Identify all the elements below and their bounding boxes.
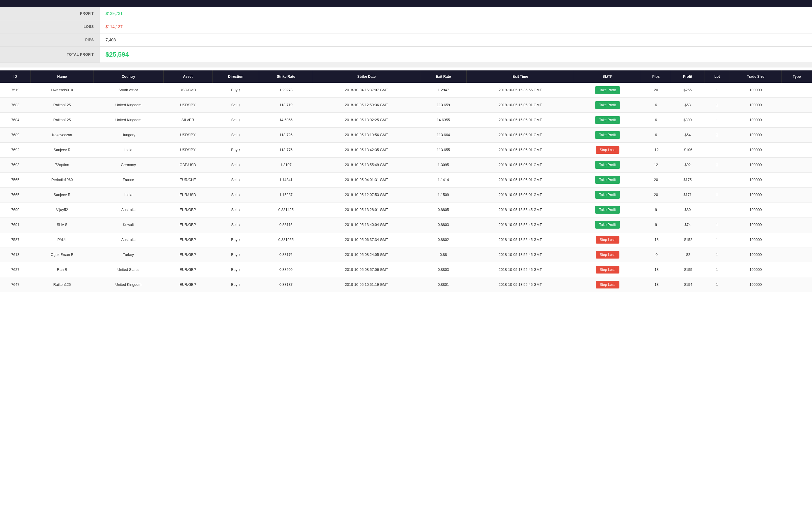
cell-strike-rate: 0.88176: [259, 247, 313, 262]
stop-loss-button[interactable]: Stop Loss: [596, 266, 620, 274]
cell-strike-date: 2018-10-05 06:37:34 GMT: [313, 233, 420, 247]
cell-strike-date: 2018-10-05 13:28:01 GMT: [313, 203, 420, 218]
cell-sltp: Stop Loss: [574, 277, 641, 292]
cell-exit-time: 2018-10-05 15:05:01 GMT: [467, 113, 574, 128]
cell-country: India: [93, 187, 163, 203]
cell-direction: Sell ↓: [212, 157, 259, 172]
cell-id: 7693: [0, 157, 31, 172]
cell-asset: EUR/GBP: [163, 233, 212, 247]
cell-asset: EUR/GBP: [163, 277, 212, 292]
top-banner: [0, 0, 812, 7]
cell-name: Shiv S: [31, 218, 93, 233]
data-table: IDNameCountryAssetDirectionStrike RateSt…: [0, 70, 812, 292]
cell-id: 7692: [0, 143, 31, 157]
table-row: 7565Periodic1960FranceEUR/CHFSell ↓1.143…: [0, 172, 812, 187]
take-profit-button[interactable]: Take Profit: [595, 206, 620, 214]
col-header-exit-time: Exit Time: [467, 70, 574, 83]
cell-lot: 1: [705, 113, 730, 128]
cell-trade-size: 100000: [730, 203, 782, 218]
cell-strike-date: 2018-10-05 10:51:19 GMT: [313, 277, 420, 292]
cell-exit-rate: 113.664: [420, 128, 466, 143]
cell-asset: USD/JPY: [163, 128, 212, 143]
cell-pips: 6: [641, 113, 671, 128]
stop-loss-button[interactable]: Stop Loss: [596, 251, 620, 259]
cell-profit: $53: [671, 98, 705, 113]
take-profit-button[interactable]: Take Profit: [595, 191, 620, 199]
cell-pips: 20: [641, 172, 671, 187]
cell-sltp: Stop Loss: [574, 143, 641, 157]
take-profit-button[interactable]: Take Profit: [595, 131, 620, 139]
cell-strike-rate: 113.719: [259, 98, 313, 113]
cell-trade-size: 100000: [730, 277, 782, 292]
cell-name: Sanjeev R: [31, 143, 93, 157]
stop-loss-button[interactable]: Stop Loss: [596, 236, 620, 243]
cell-profit: -$2: [671, 247, 705, 262]
cell-strike-date: 2018-10-05 13:40:04 GMT: [313, 218, 420, 233]
take-profit-button[interactable]: Take Profit: [595, 221, 620, 228]
cell-trade-size: 100000: [730, 247, 782, 262]
cell-sltp: Take Profit: [574, 113, 641, 128]
cell-type: [782, 83, 812, 98]
cell-asset: USD/JPY: [163, 143, 212, 157]
cell-pips: -18: [641, 277, 671, 292]
cell-sltp: Take Profit: [574, 172, 641, 187]
cell-profit: -$106: [671, 143, 705, 157]
cell-pips: -18: [641, 262, 671, 277]
cell-exit-rate: 0.8803: [420, 218, 466, 233]
cell-country: India: [93, 143, 163, 157]
cell-country: Hungary: [93, 128, 163, 143]
take-profit-button[interactable]: Take Profit: [595, 176, 620, 184]
stop-loss-button[interactable]: Stop Loss: [596, 146, 620, 154]
cell-asset: EUR/GBP: [163, 262, 212, 277]
cell-name: Hwessels010: [31, 83, 93, 98]
cell-trade-size: 100000: [730, 233, 782, 247]
cell-direction: Buy ↑: [212, 143, 259, 157]
cell-strike-rate: 113.775: [259, 143, 313, 157]
cell-trade-size: 100000: [730, 157, 782, 172]
cell-strike-rate: 0.881425: [259, 203, 313, 218]
cell-lot: 1: [705, 187, 730, 203]
cell-sltp: Take Profit: [574, 218, 641, 233]
take-profit-button[interactable]: Take Profit: [595, 86, 620, 94]
cell-lot: 1: [705, 218, 730, 233]
cell-type: [782, 262, 812, 277]
cell-type: [782, 143, 812, 157]
cell-sltp: Take Profit: [574, 203, 641, 218]
cell-name: 72option: [31, 157, 93, 172]
col-header-direction: Direction: [212, 70, 259, 83]
cell-trade-size: 100000: [730, 262, 782, 277]
cell-strike-rate: 1.3107: [259, 157, 313, 172]
cell-direction: Sell ↓: [212, 128, 259, 143]
cell-profit: $171: [671, 187, 705, 203]
cell-direction: Sell ↓: [212, 187, 259, 203]
cell-lot: 1: [705, 203, 730, 218]
cell-trade-size: 100000: [730, 98, 782, 113]
cell-sltp: Take Profit: [574, 187, 641, 203]
cell-asset: USD/JPY: [163, 98, 212, 113]
cell-profit: -$155: [671, 262, 705, 277]
cell-name: Railton125: [31, 98, 93, 113]
cell-id: 7647: [0, 277, 31, 292]
cell-name: Oguz Ercan E: [31, 247, 93, 262]
cell-direction: Buy ↑: [212, 233, 259, 247]
col-header-asset: Asset: [163, 70, 212, 83]
cell-direction: Sell ↓: [212, 98, 259, 113]
take-profit-button[interactable]: Take Profit: [595, 101, 620, 109]
cell-lot: 1: [705, 83, 730, 98]
cell-strike-date: 2018-10-05 08:24:05 GMT: [313, 247, 420, 262]
stop-loss-button[interactable]: Stop Loss: [596, 281, 620, 289]
take-profit-button[interactable]: Take Profit: [595, 116, 620, 124]
table-row: 7691Shiv SKuwaitEUR/GBPSell ↓0.881152018…: [0, 218, 812, 233]
cell-exit-rate: 14.6355: [420, 113, 466, 128]
cell-type: [782, 113, 812, 128]
cell-profit: $300: [671, 113, 705, 128]
take-profit-button[interactable]: Take Profit: [595, 161, 620, 169]
summary-label-loss: LOSS: [0, 20, 100, 33]
col-header-strike-rate: Strike Rate: [259, 70, 313, 83]
cell-name: Kokaveczaa: [31, 128, 93, 143]
cell-exit-time: 2018-10-05 13:55:45 GMT: [467, 218, 574, 233]
table-row: 7627Ran BUnited StatesEUR/GBPBuy ↑0.8820…: [0, 262, 812, 277]
cell-profit: -$152: [671, 233, 705, 247]
cell-pips: 20: [641, 83, 671, 98]
cell-profit: $255: [671, 83, 705, 98]
